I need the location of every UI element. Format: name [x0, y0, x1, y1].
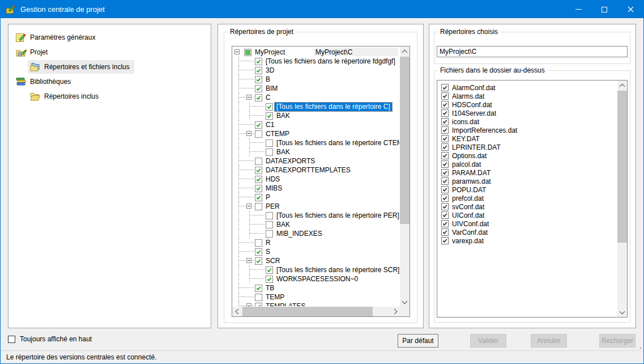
tree-row[interactable]: B: [233, 75, 399, 84]
tree-item-label[interactable]: [Tous les fichiers dans le répertoire PE…: [275, 211, 399, 220]
tree-row[interactable]: BAK: [233, 111, 399, 120]
sidebar-item[interactable]: Répertoires et fichiers inclus: [8, 60, 211, 74]
tree-item-label[interactable]: DATAEXPORTS: [264, 157, 317, 166]
scroll-up-arrow[interactable]: [400, 46, 410, 56]
file-checkbox[interactable]: [441, 203, 449, 210]
tree-item-label[interactable]: P: [264, 193, 272, 202]
file-row[interactable]: KEY.DAT: [438, 134, 617, 143]
file-checkbox[interactable]: [441, 92, 449, 100]
tree-item-label[interactable]: CTEMP: [264, 130, 291, 138]
tree-checkbox[interactable]: [266, 266, 273, 274]
tree-item-label[interactable]: BIM: [264, 84, 279, 93]
file-row[interactable]: palcol.dat: [438, 160, 617, 168]
tree-checkbox[interactable]: [266, 103, 273, 111]
tree-item-label[interactable]: BAK: [275, 148, 292, 156]
tree-checkbox[interactable]: [255, 85, 262, 92]
tree-row[interactable]: CTEMP: [233, 129, 399, 138]
tree-row[interactable]: BAK: [233, 147, 399, 156]
tree-checkbox[interactable]: [255, 257, 262, 265]
collapse-expander-icon[interactable]: [246, 303, 251, 306]
tree-horizontal-scrollbar[interactable]: [232, 307, 400, 316]
tree-checkbox[interactable]: [266, 139, 273, 147]
tree-checkbox[interactable]: [266, 230, 273, 238]
minimize-button[interactable]: [565, 1, 591, 18]
tree-row[interactable]: BIM: [233, 84, 399, 93]
tree-row[interactable]: [Tous les fichiers dans le répertoire fd…: [233, 57, 399, 66]
tree-row[interactable]: [Tous les fichiers dans le répertoire PE…: [233, 211, 399, 220]
file-row[interactable]: AlarmConf.dat: [438, 83, 617, 92]
tree-item-label[interactable]: MIB_INDEXES: [275, 230, 324, 238]
root-path-edit[interactable]: MyProject\C: [314, 47, 398, 56]
collapse-expander-icon[interactable]: [246, 95, 251, 100]
tree-checkbox[interactable]: [255, 121, 262, 129]
tree-checkbox[interactable]: [255, 130, 262, 138]
file-checkbox[interactable]: [441, 169, 449, 176]
file-checkbox[interactable]: [441, 101, 449, 108]
scroll-down-arrow[interactable]: [617, 307, 627, 317]
tree-row[interactable]: DATAEXPORTS: [233, 156, 399, 166]
scrollbar-thumb[interactable]: [400, 57, 410, 224]
scroll-down-arrow[interactable]: [400, 297, 410, 307]
tree-item-label[interactable]: [Tous les fichiers dans le répertoire SC…: [275, 266, 399, 274]
file-row[interactable]: svConf.dat: [438, 202, 617, 211]
file-row[interactable]: UIConf.dat: [438, 211, 617, 219]
file-row[interactable]: ImportReferences.dat: [438, 126, 617, 134]
tree-row[interactable]: PER: [233, 202, 399, 211]
file-checkbox[interactable]: [441, 220, 449, 227]
file-checkbox[interactable]: [441, 126, 449, 134]
file-row[interactable]: UIVConf.dat: [438, 219, 617, 228]
resize-grip[interactable]: [640, 348, 641, 349]
files-vertical-scrollbar[interactable]: [617, 81, 627, 317]
collapse-expander-icon[interactable]: [246, 258, 251, 263]
tree-item-label[interactable]: BAK: [275, 112, 292, 120]
collapse-expander-icon[interactable]: [246, 204, 251, 209]
scrollbar-thumb[interactable]: [242, 307, 373, 316]
scroll-up-arrow[interactable]: [617, 81, 627, 90]
tree-item-label[interactable]: BAK: [275, 221, 292, 229]
file-row[interactable]: Options.dat: [438, 151, 617, 160]
tree-checkbox[interactable]: [244, 49, 251, 56]
file-checkbox[interactable]: [441, 160, 449, 168]
tree-item-label[interactable]: DATAEXPORTTEMPLATES: [264, 166, 352, 175]
tree-item-label[interactable]: MyProject: [253, 48, 287, 57]
file-checkbox[interactable]: [441, 177, 449, 185]
tree-item-label[interactable]: PER: [264, 202, 282, 211]
tree-item-label[interactable]: TEMP: [264, 293, 286, 302]
tree-item-label[interactable]: HDS: [264, 175, 282, 184]
maximize-button[interactable]: [591, 1, 617, 18]
file-row[interactable]: HDSConf.dat: [438, 100, 617, 109]
tree-checkbox[interactable]: [255, 285, 262, 292]
tree-item-label[interactable]: R: [264, 239, 272, 247]
tree-checkbox[interactable]: [255, 239, 262, 247]
tree-item-label[interactable]: WORKSPACESESSION~0: [275, 275, 360, 283]
tree-checkbox[interactable]: [255, 303, 262, 307]
tree-checkbox[interactable]: [266, 149, 273, 156]
tree-item-label[interactable]: C: [264, 94, 272, 102]
checkbox-icon[interactable]: [8, 336, 15, 343]
tree-row[interactable]: SCR: [233, 256, 399, 265]
sidebar-item[interactable]: Répertoires inclus: [8, 89, 211, 104]
scrollbar-thumb[interactable]: [617, 91, 627, 243]
chosen-directory-field[interactable]: MyProject\C: [437, 46, 628, 57]
tree-checkbox[interactable]: [255, 185, 262, 192]
file-checkbox[interactable]: [441, 135, 449, 142]
file-checkbox[interactable]: [441, 186, 449, 193]
file-checkbox[interactable]: [441, 109, 449, 117]
file-checkbox[interactable]: [441, 118, 449, 125]
file-checkbox[interactable]: [441, 228, 449, 236]
tree-row[interactable]: DATAEXPORTTEMPLATES: [233, 166, 399, 175]
tree-item-label[interactable]: [Tous les fichiers dans le répertoire fd…: [264, 57, 397, 66]
file-row[interactable]: I104Server.dat: [438, 109, 617, 117]
tree-checkbox[interactable]: [255, 203, 262, 210]
file-row[interactable]: paramws.dat: [438, 177, 617, 185]
tree-checkbox[interactable]: [255, 167, 262, 174]
file-row[interactable]: prefcol.dat: [438, 194, 617, 202]
sidebar-item[interactable]: Projet: [8, 45, 211, 60]
scroll-right-arrow[interactable]: [390, 307, 400, 316]
collapse-expander-icon[interactable]: [246, 131, 251, 136]
tree-item-label[interactable]: TEMPLATES: [264, 302, 307, 307]
file-checkbox[interactable]: [441, 84, 449, 91]
tree-row[interactable]: [Tous les fichiers dans le répertoire SC…: [233, 265, 399, 274]
tree-checkbox[interactable]: [255, 294, 262, 301]
tree-item-label[interactable]: [Tous les fichiers dans le répertoire C]: [275, 103, 392, 111]
